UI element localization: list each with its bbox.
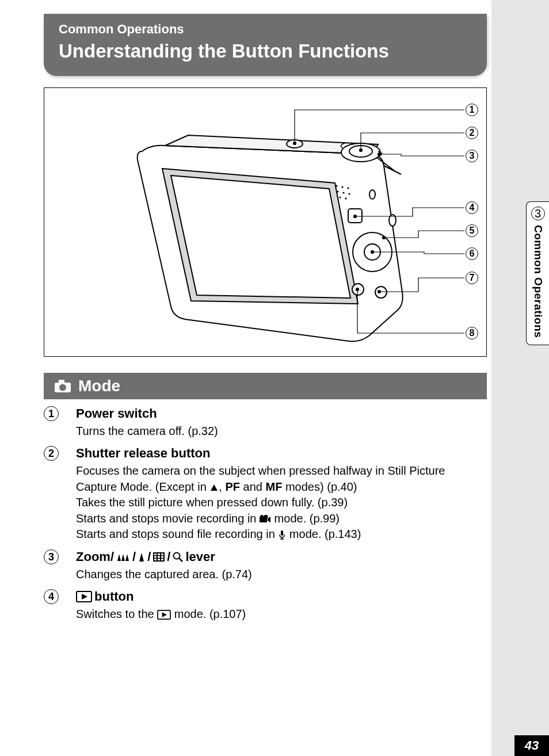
svg-rect-42 bbox=[154, 553, 157, 555]
camera-diagram: 1 2 3 4 5 6 7 8 bbox=[44, 87, 487, 357]
chapter-label: Common Operations bbox=[532, 225, 544, 338]
zoom-tele-icon bbox=[138, 552, 145, 562]
mode-section-header: Mode bbox=[44, 373, 487, 399]
title-text: / bbox=[147, 548, 151, 566]
desc-text: mode. bbox=[286, 528, 325, 540]
section-subtitle: Common Operations bbox=[59, 22, 473, 37]
function-list: 1 Power switch Turns the camera off. (p.… bbox=[44, 405, 487, 628]
svg-point-51 bbox=[174, 552, 180, 559]
callout-3: 3 bbox=[466, 150, 478, 162]
playback-icon bbox=[157, 610, 171, 620]
function-item-1: 1 Power switch Turns the camera off. (p.… bbox=[44, 405, 487, 439]
svg-point-4 bbox=[341, 186, 343, 188]
svg-point-7 bbox=[342, 192, 344, 193]
callout-4: 4 bbox=[466, 201, 478, 214]
svg-rect-34 bbox=[281, 530, 283, 536]
svg-rect-27 bbox=[59, 380, 64, 383]
item-desc: Turns the camera off. (p.32) bbox=[76, 423, 487, 440]
page-ref: (p.143) bbox=[325, 528, 361, 540]
function-item-2: 2 Shutter release button Focuses the cam… bbox=[44, 445, 487, 543]
page-ref: (p.39) bbox=[318, 496, 348, 509]
title-banner: Common Operations Understanding the Butt… bbox=[44, 14, 487, 76]
mountain-icon bbox=[209, 483, 219, 491]
svg-marker-54 bbox=[82, 594, 87, 600]
svg-point-10 bbox=[345, 197, 346, 199]
desc-text: and bbox=[240, 480, 265, 493]
magnify-icon bbox=[173, 552, 183, 562]
svg-marker-37 bbox=[117, 554, 121, 561]
svg-point-31 bbox=[260, 515, 264, 518]
page-ref: (p.32) bbox=[188, 425, 218, 437]
item-number: 1 bbox=[44, 406, 59, 421]
svg-point-17 bbox=[369, 190, 375, 199]
page-ref: (p.107) bbox=[209, 608, 246, 620]
zoom-wide-icon bbox=[116, 552, 130, 562]
thumbnail-icon bbox=[153, 552, 165, 562]
title-text: / bbox=[167, 548, 170, 566]
callout-7: 7 bbox=[466, 272, 478, 284]
page-number: 43 bbox=[514, 735, 549, 756]
svg-marker-39 bbox=[125, 554, 129, 561]
chapter-tab: 3 Common Operations bbox=[526, 201, 549, 345]
svg-marker-56 bbox=[162, 612, 167, 617]
svg-marker-33 bbox=[268, 517, 270, 522]
svg-rect-47 bbox=[161, 556, 163, 558]
callout-6: 6 bbox=[466, 247, 478, 260]
title-text: / bbox=[132, 548, 136, 566]
svg-line-52 bbox=[180, 558, 183, 562]
svg-marker-29 bbox=[211, 484, 218, 491]
svg-point-5 bbox=[347, 187, 349, 189]
desc-text: Starts and stops movie recording in bbox=[76, 512, 260, 525]
item-desc: Changes the captured area. (p.74) bbox=[76, 567, 487, 583]
svg-marker-40 bbox=[139, 553, 144, 562]
title-text: lever bbox=[185, 548, 215, 566]
mf-mode: MF bbox=[266, 480, 283, 493]
item-title: Zoom/ / / / lever bbox=[76, 548, 487, 566]
item-desc: Switches to the mode. (p.107) bbox=[76, 606, 487, 623]
function-item-4: 4 button Switches to the mode. (p.107) bbox=[44, 588, 487, 622]
desc-text: mode. bbox=[271, 512, 310, 525]
svg-rect-46 bbox=[158, 556, 160, 558]
chapter-number: 3 bbox=[531, 207, 545, 220]
title-text: Zoom/ bbox=[76, 548, 114, 566]
item-desc: Focuses the camera on the subject when p… bbox=[76, 463, 487, 543]
voice-mode-icon bbox=[278, 530, 286, 540]
svg-point-8 bbox=[348, 193, 350, 194]
camera-mode-icon bbox=[54, 379, 71, 393]
svg-rect-49 bbox=[158, 559, 160, 560]
desc-text: , bbox=[219, 480, 225, 493]
playback-icon bbox=[76, 591, 92, 602]
desc-text: modes) bbox=[282, 480, 327, 493]
svg-marker-38 bbox=[121, 554, 125, 561]
desc-text: Takes the still picture when pressed dow… bbox=[76, 496, 318, 509]
svg-rect-50 bbox=[161, 559, 163, 560]
page-title: Understanding the Button Functions bbox=[59, 40, 473, 62]
function-item-3: 3 Zoom/ / / / lever Changes the captured… bbox=[44, 548, 487, 582]
item-number: 2 bbox=[44, 446, 59, 461]
desc-text: Switches to the bbox=[76, 608, 157, 620]
page-ref: (p.40) bbox=[327, 480, 357, 493]
desc-text: Turns the camera off. bbox=[76, 425, 188, 437]
callout-8: 8 bbox=[466, 327, 478, 339]
item-number: 4 bbox=[44, 589, 59, 604]
mode-label: Mode bbox=[78, 377, 120, 395]
desc-text: Starts and stops sound file recording in bbox=[76, 528, 278, 540]
svg-point-9 bbox=[339, 196, 341, 198]
svg-rect-48 bbox=[154, 559, 157, 560]
callout-1: 1 bbox=[466, 104, 478, 116]
svg-rect-44 bbox=[161, 553, 163, 555]
page-ref: (p.74) bbox=[222, 568, 252, 581]
item-title: button bbox=[76, 588, 487, 605]
svg-rect-45 bbox=[154, 556, 157, 558]
callout-5: 5 bbox=[466, 224, 478, 237]
item-title: Shutter release button bbox=[76, 445, 487, 462]
side-column: 3 Common Operations bbox=[491, 0, 549, 756]
title-text: button bbox=[94, 588, 134, 605]
svg-point-28 bbox=[59, 384, 66, 391]
svg-point-6 bbox=[337, 190, 338, 192]
pf-mode: PF bbox=[225, 480, 240, 493]
movie-mode-icon bbox=[260, 515, 271, 523]
page-ref: (p.99) bbox=[310, 512, 340, 525]
svg-rect-43 bbox=[158, 553, 160, 555]
item-title: Power switch bbox=[76, 405, 487, 422]
